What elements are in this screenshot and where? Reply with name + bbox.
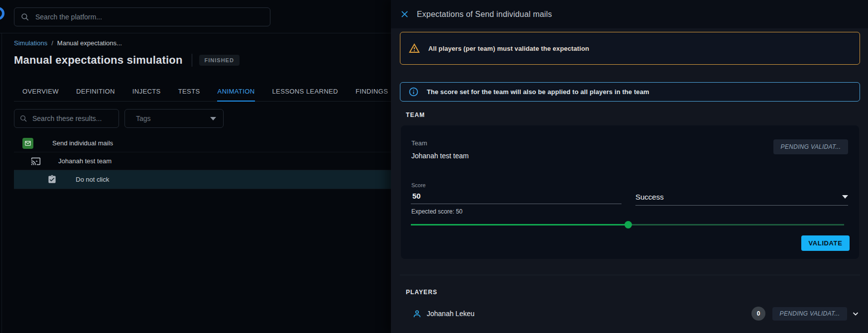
animation-results-tree: Send individual mails Johanah test team …	[14, 134, 391, 189]
task-check-icon	[47, 175, 57, 184]
tab-tests[interactable]: TESTS	[178, 83, 201, 102]
title-divider	[192, 54, 192, 67]
tab-injects[interactable]: INJECTS	[132, 83, 161, 102]
tab-definition[interactable]: DEFINITION	[76, 83, 116, 102]
warning-alert: All players (per team) must validate the…	[400, 32, 860, 65]
email-icon	[22, 138, 33, 149]
top-bar	[0, 0, 391, 33]
page-title: Manual expectations simulation	[14, 54, 183, 67]
app-window: Simulations / Manual expectations... Man…	[0, 0, 868, 333]
platform-search[interactable]	[14, 7, 270, 26]
tags-filter-label: Tags	[136, 114, 210, 122]
tab-findings[interactable]: FINDINGS	[355, 83, 388, 102]
result-select[interactable]: Success	[635, 190, 848, 204]
tree-row-label: Do not click	[76, 176, 109, 183]
search-icon	[20, 12, 29, 21]
app-logo-fragment[interactable]	[0, 7, 4, 20]
caret-down-icon	[210, 117, 216, 120]
breadcrumb-simulations-link[interactable]: Simulations	[14, 39, 47, 47]
tab-overview[interactable]: OVERVIEW	[22, 83, 59, 102]
result-select-value: Success	[635, 193, 842, 201]
expected-score-text: Expected score: 50	[411, 208, 463, 215]
breadcrumb-separator: /	[51, 39, 53, 47]
player-status-badge: PENDING VALIDAT...	[772, 307, 847, 321]
caret-down-icon	[842, 195, 848, 199]
score-field-label: Score	[411, 182, 426, 188]
tree-row-team[interactable]: Johanah test team	[14, 152, 391, 170]
tab-lessons-learned[interactable]: LESSONS LEARNED	[271, 83, 338, 102]
tree-row-label: Send individual mails	[52, 139, 113, 147]
team-status-badge: PENDING VALIDAT...	[773, 139, 848, 154]
drawer-title: Expectations of Send individual mails	[417, 10, 552, 19]
left-rail-divider	[1, 33, 2, 333]
tags-filter-select[interactable]: Tags	[124, 109, 224, 128]
result-select-underline	[635, 205, 848, 206]
tree-row-expectation-selected[interactable]: Do not click	[14, 170, 391, 189]
team-name-value: Johanah test team	[411, 152, 469, 160]
validate-button[interactable]: VALIDATE	[801, 235, 850, 251]
team-field-label: Team	[411, 139, 427, 147]
section-divider	[400, 275, 860, 275]
warning-triangle-icon	[408, 42, 420, 54]
player-score-badge: 0	[751, 307, 765, 321]
platform-search-input[interactable]	[34, 12, 264, 21]
players-section-heading: PLAYERS	[406, 289, 437, 296]
person-icon	[412, 309, 422, 319]
score-input[interactable]	[411, 191, 620, 201]
info-alert-text: The score set for the team will also be …	[427, 88, 649, 96]
tree-row-inject[interactable]: Send individual mails	[14, 134, 391, 152]
drawer-header: Expectations of Send individual mails	[391, 0, 868, 28]
simulation-tabs: OVERVIEW DEFINITION INJECTS TESTS ANIMAT…	[14, 83, 391, 102]
breadcrumb: Simulations / Manual expectations...	[14, 39, 122, 47]
search-icon	[19, 114, 27, 122]
slider-knob[interactable]	[624, 221, 632, 228]
score-slider[interactable]	[411, 220, 844, 229]
chevron-down-icon[interactable]	[851, 309, 860, 318]
player-name: Johanah Lekeu	[427, 310, 751, 318]
info-circle-icon	[408, 87, 419, 97]
simulation-status-badge: FINISHED	[199, 55, 240, 66]
warning-alert-text: All players (per team) must validate the…	[428, 45, 589, 52]
cast-icon	[31, 156, 41, 166]
team-section-heading: TEAM	[406, 111, 425, 118]
player-row[interactable]: Johanah Lekeu 0 PENDING VALIDAT...	[400, 303, 860, 325]
breadcrumb-current: Manual expectations...	[57, 39, 122, 47]
tab-animation[interactable]: ANIMATION	[217, 83, 255, 102]
close-icon[interactable]	[398, 8, 410, 20]
team-expectation-card: Team Johanah test team PENDING VALIDAT..…	[401, 125, 859, 259]
results-search[interactable]	[14, 109, 119, 128]
info-alert: The score set for the team will also be …	[400, 82, 860, 102]
score-input-underline	[411, 204, 621, 204]
slider-fill	[411, 224, 628, 225]
tree-row-label: Johanah test team	[58, 157, 112, 165]
results-search-input[interactable]	[31, 114, 114, 123]
expectations-drawer: Expectations of Send individual mails Al…	[391, 0, 868, 333]
